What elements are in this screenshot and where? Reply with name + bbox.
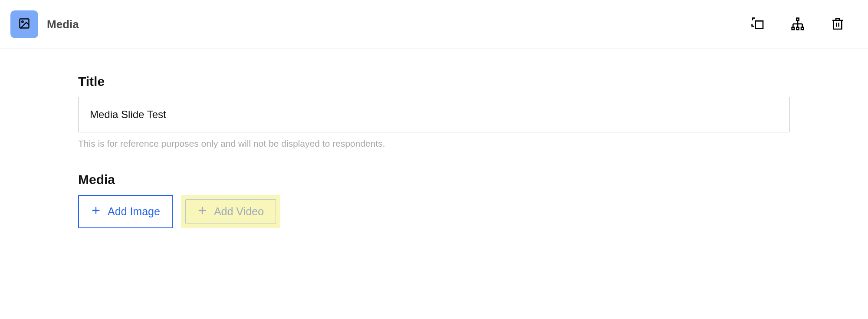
add-image-button[interactable]: Add Image — [78, 195, 173, 228]
add-video-button[interactable]: Add Video — [185, 199, 276, 224]
plus-icon — [91, 205, 101, 218]
header-title: Media — [47, 18, 79, 31]
expand-icon — [751, 17, 765, 32]
expand-button[interactable] — [751, 17, 765, 32]
media-type-icon-box — [10, 10, 38, 38]
image-icon — [18, 17, 30, 31]
media-section: Media Add Image — [78, 172, 790, 228]
svg-rect-4 — [792, 27, 794, 30]
title-helper-text: This is for reference purposes only and … — [78, 138, 790, 149]
editor-header: Media — [0, 0, 868, 49]
svg-rect-6 — [801, 27, 803, 30]
media-buttons-row: Add Image Add Video — [78, 195, 790, 228]
editor-content: Title This is for reference purposes onl… — [78, 49, 790, 228]
header-left: Media — [10, 10, 79, 38]
sitemap-icon — [791, 17, 805, 32]
svg-rect-5 — [796, 27, 799, 30]
title-input[interactable] — [78, 97, 790, 132]
title-section: Title This is for reference purposes onl… — [78, 74, 790, 149]
header-actions — [751, 17, 858, 32]
add-video-highlight: Add Video — [181, 195, 280, 228]
structure-button[interactable] — [791, 17, 805, 32]
trash-icon — [831, 17, 845, 32]
title-label: Title — [78, 74, 790, 89]
svg-rect-2 — [756, 21, 763, 28]
delete-button[interactable] — [831, 17, 845, 32]
plus-icon — [197, 205, 207, 218]
svg-rect-3 — [796, 18, 799, 20]
media-label: Media — [78, 172, 790, 187]
add-video-label: Add Video — [214, 205, 264, 218]
svg-point-1 — [22, 21, 23, 23]
add-image-label: Add Image — [108, 205, 160, 218]
